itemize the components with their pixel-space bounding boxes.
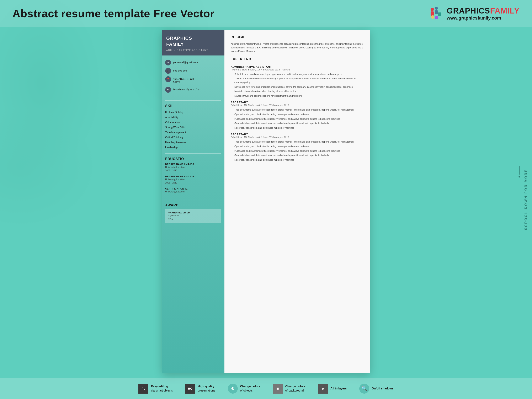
edu-detail-3: University, Location — [165, 190, 221, 193]
skills-section: SKILL Problem Solving Adaptability Colla… — [162, 102, 224, 152]
footer-item-2: HQ High quality presentations — [185, 384, 215, 394]
resume-document: GRAPHICS FAMILY ADMINISTRATIVE ASSISTANT… — [162, 30, 370, 373]
footer-badge-shadows: 🔍 — [359, 384, 369, 394]
footer-badge-bg: ▣ — [273, 384, 283, 394]
logo-brand-family: FAMILY — [490, 6, 519, 15]
svg-rect-3 — [435, 10, 438, 14]
skill-3: Collaboration — [165, 120, 221, 125]
footer-badge-colors: ⊗ — [228, 384, 238, 394]
resume-main-title: RESUME — [231, 35, 364, 40]
footer-item-4: ▣ Change colors of background — [273, 384, 305, 394]
job-meta-3: Bright Spot LTD, Boston, MA / June 2013 … — [231, 136, 364, 138]
linkedin-text: linkedin.com/yourpro?le — [173, 87, 200, 91]
skills-title: SKILL — [165, 104, 221, 108]
bullet-3-2: Opened, sorted, and distributed incoming… — [234, 145, 364, 148]
edu-degree-1: DEGREE NAME / MAJOR — [165, 163, 221, 165]
edu-item-1: DEGREE NAME / MAJOR University, Location… — [165, 163, 221, 172]
job-entry-2: SECRETARY Bright Spot LTD, Boston, MA / … — [231, 101, 364, 130]
job-bullets-1: Schedule and coordinate meetings, appoin… — [231, 73, 364, 98]
logo-url: www.graphicsfamily.com — [447, 15, 519, 21]
phone-text: 895 555 555 — [173, 68, 187, 73]
sidebar-job-title: ADMINISTRATIVE ASSISTANT — [166, 49, 220, 51]
footer-text-4-line1: Change colors — [285, 385, 305, 389]
skill-6: Critical Thinking — [165, 135, 221, 140]
footer-text-6: On/off shadows — [372, 386, 394, 391]
footer-badge-ps: Ps — [138, 384, 148, 394]
contact-address: 📍 456, ABCD, EFGH56874 — [165, 76, 221, 84]
bullet-2-5: Recorded, transcribed, and distributed m… — [234, 126, 364, 130]
skill-2: Adaptability — [165, 115, 221, 120]
award-name: AWARD RECEIVED — [168, 211, 219, 214]
scroll-indicator — [518, 166, 520, 178]
svg-rect-4 — [438, 13, 441, 16]
bullet-3-3: Purchased and maintained office supply i… — [234, 149, 364, 153]
award-box: AWARD RECEIVED organization2015 — [165, 209, 221, 223]
resume-summary: Administrative Assistant with 6+ years o… — [231, 42, 364, 53]
edu-item-3: CERTIFICATION #1 University, Location — [165, 187, 221, 193]
bullet-1-4: Maintain utmost discretion when dealing … — [234, 89, 364, 93]
footer-text-4-line2: of background — [285, 389, 304, 392]
footer-text-5: All in layers — [330, 386, 347, 391]
resume-content: RESUME Administrative Assistant with 6+ … — [224, 30, 370, 373]
edu-detail-2: University, Location2006 - 2011 — [165, 178, 221, 184]
job-entry-1: ADMINISTRATIVE ASSISTANT Redford & Sons,… — [231, 65, 364, 98]
footer-item-5: ◈ All in layers — [318, 384, 347, 394]
logo-icon — [428, 6, 443, 21]
contact-email: ✉ youremail@gmail.com — [165, 60, 221, 65]
edu-item-2: DEGREE NAME / MAJOR University, Location… — [165, 175, 221, 184]
skill-5: Time Management — [165, 130, 221, 135]
scroll-line-top — [519, 166, 519, 175]
job-title-3: SECRETARY — [231, 133, 364, 136]
education-title: EDUCATIO — [165, 157, 221, 161]
job-bullets-2: Type documents such as correspondence, d… — [231, 108, 364, 130]
bullet-2-3: Purchased and maintained office supply i… — [234, 117, 364, 121]
bullet-2-2: Opened, sorted, and distributed incoming… — [234, 113, 364, 116]
sidebar-header: GRAPHICS FAMILY ADMINISTRATIVE ASSISTANT — [162, 30, 224, 56]
education-section: EDUCATIO DEGREE NAME / MAJOR University,… — [162, 155, 224, 199]
bullet-3-5: Recorded, transcribed, and distributed m… — [234, 158, 364, 162]
award-title: AWARD — [165, 203, 221, 207]
edu-degree-3: CERTIFICATION #1 — [165, 187, 221, 190]
bullet-1-1: Schedule and coordinate meetings, appoin… — [234, 73, 364, 76]
address-text: 456, ABCD, EFGH56874 — [173, 76, 194, 84]
svg-point-5 — [431, 15, 434, 19]
footer-badge-layers: ◈ — [318, 384, 328, 394]
footer-text-3-line1: Change colors — [240, 385, 260, 389]
skill-7: Handling Pressure — [165, 140, 221, 145]
footer-item-1: Ps Easy editing via smart objects — [138, 384, 173, 394]
footer-text-2: High quality presentations — [198, 385, 215, 393]
bullet-1-5: Manage travel and expense reports for de… — [234, 94, 364, 98]
footer-text-1-line2: via smart objects — [151, 389, 173, 392]
bullet-3-4: Greeted visitors and determined to whom … — [234, 154, 364, 157]
divider-2 — [165, 153, 221, 154]
email-text: youremail@gmail.com — [173, 60, 198, 64]
contact-phone: 📞 895 555 555 — [165, 68, 221, 74]
edu-detail-1: University, Location2007 - 2013 — [165, 165, 221, 172]
skill-1: Problem Solving — [165, 110, 221, 115]
footer-item-6: 🔍 On/off shadows — [359, 384, 394, 394]
award-org: organization2015 — [168, 214, 219, 221]
svg-rect-1 — [431, 12, 434, 16]
footer-text-2-line2: presentations — [198, 389, 215, 392]
scroll-arrow — [518, 176, 520, 178]
svg-point-0 — [431, 8, 434, 11]
logo-text: GRAPHICSFAMILY www.graphicsfamily.com — [447, 6, 519, 21]
footer-text-2-line1: High quality — [198, 385, 215, 389]
footer-text-6-line1: On/off shadows — [372, 386, 394, 391]
footer-badge-hq: HQ — [185, 384, 195, 394]
skill-4: Strong Work Ethic — [165, 125, 221, 130]
linkedin-icon: in — [165, 87, 171, 93]
edu-degree-2: DEGREE NAME / MAJOR — [165, 175, 221, 178]
page-title: Abstract resume template Free Vector — [13, 7, 215, 20]
skill-8: Leadership — [165, 145, 221, 150]
logo-area: GRAPHICSFAMILY www.graphicsfamily.com — [428, 6, 519, 21]
footer-text-1-line1: Easy editing — [151, 385, 173, 389]
svg-point-2 — [435, 7, 438, 10]
experience-title: EXPERIENC — [231, 57, 364, 62]
bullet-1-2: Trained 2 administrative assistants duri… — [234, 77, 364, 84]
sidebar-name: GRAPHICS FAMILY — [166, 35, 220, 47]
job-title-2: SECRETARY — [231, 101, 364, 104]
footer-text-5-line1: All in layers — [330, 386, 347, 391]
contact-linkedin: in linkedin.com/yourpro?le — [165, 87, 221, 93]
page-footer: Ps Easy editing via smart objects HQ Hig… — [0, 378, 532, 399]
